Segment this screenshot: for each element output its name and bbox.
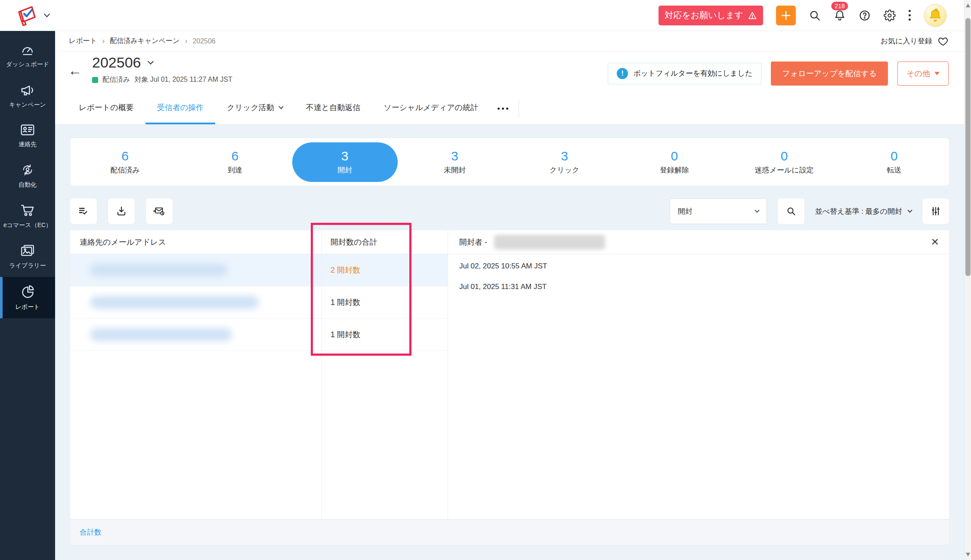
event-filter-select[interactable]: 開封	[670, 198, 767, 224]
breadcrumb-reports[interactable]: レポート	[69, 37, 97, 46]
sidebar-item-label: 自動化	[19, 181, 37, 189]
breadcrumb-sent-campaigns[interactable]: 配信済みキャンペーン	[110, 37, 179, 46]
title-chevron-icon[interactable]	[148, 58, 154, 65]
sidebar-item-ecommerce[interactable]: eコマース（EC）	[0, 196, 55, 237]
sidebar-item-campaigns[interactable]: キャンペーン	[0, 76, 55, 116]
page-title: 202506	[92, 54, 141, 71]
stat-delivered[interactable]: 6到達	[180, 138, 290, 186]
dropdown-triangle-icon	[934, 72, 940, 75]
sidebar-item-label: 連絡先	[19, 140, 37, 148]
stat-clicked[interactable]: 3クリック	[510, 138, 619, 186]
notification-count-badge: 218	[831, 2, 848, 10]
stat-unsubscribed[interactable]: 0登録解除	[619, 138, 729, 186]
table-row[interactable]: 1 開封数	[70, 319, 448, 351]
event-filter-value: 開封	[678, 206, 693, 216]
reports-icon	[20, 284, 35, 299]
tabs-divider	[519, 99, 519, 117]
column-header-total-opens: 開封数の合計	[321, 237, 448, 247]
more-options-kebab-icon[interactable]	[909, 10, 911, 21]
breadcrumb-separator: ›	[185, 37, 187, 46]
library-icon	[20, 244, 35, 258]
stat-marked-spam[interactable]: 0迷惑メールに設定	[730, 138, 839, 186]
sidebar-item-label: ダッシュボード	[6, 60, 49, 68]
create-new-button[interactable]	[776, 6, 796, 25]
scroll-up-arrow[interactable]	[966, 3, 970, 7]
panel-title: 開封者 -	[459, 237, 487, 247]
open-timestamp: Jul 01, 2025 11:31 AM JST	[459, 283, 938, 291]
more-actions-button[interactable]: その他	[897, 62, 949, 86]
sort-label: 並べ替え基準 : 最多の開封	[815, 206, 902, 216]
redacted-email	[90, 264, 228, 277]
list-check-button[interactable]	[70, 198, 97, 225]
sidebar-item-reports[interactable]: レポート	[0, 277, 55, 318]
heart-icon	[937, 36, 949, 46]
stat-opened[interactable]: 3開封	[290, 138, 400, 186]
stat-unopened[interactable]: 3未開封	[400, 138, 510, 186]
search-icon[interactable]	[809, 9, 821, 22]
report-tabs: レポートの概要 受信者の操作 クリック活動 不達と自動返信 ソーシャルメディアの…	[55, 92, 964, 125]
more-actions-label: その他	[906, 68, 930, 79]
help-icon[interactable]	[859, 9, 871, 22]
send-followup-button[interactable]: フォローアップを配信する	[771, 62, 888, 86]
close-icon[interactable]: ×	[931, 235, 939, 248]
recipients-table-card: 連絡先のメールアドレス 開封数の合計 2 開封数 1 開封数 1 開封数	[70, 230, 949, 545]
automation-icon	[20, 163, 35, 177]
contacts-icon	[20, 123, 35, 136]
sidebar-item-dashboard[interactable]: ダッシュボード	[0, 36, 55, 76]
notifications-bell-icon[interactable]: 218	[834, 9, 846, 22]
table-header-row: 連絡先のメールアドレス 開封数の合計	[70, 230, 448, 254]
info-icon: !	[617, 68, 628, 79]
scroll-down-arrow[interactable]	[966, 553, 970, 557]
sidebar-item-label: レポート	[15, 303, 40, 311]
sort-control[interactable]: 並べ替え基準 : 最多の開封	[815, 206, 912, 216]
back-arrow-icon[interactable]: ←	[68, 64, 82, 92]
stats-summary-bar: 6配信済み 6到達 3開封 3未開封 3クリック 0登録解除 0迷惑メールに設定…	[70, 138, 949, 186]
tab-report-summary[interactable]: レポートの概要	[67, 92, 145, 124]
favorite-label: お気に入り登録	[881, 36, 932, 46]
page-scrollbar	[964, 0, 971, 560]
redacted-email	[90, 296, 259, 309]
org-switcher-chevron-icon[interactable]	[44, 11, 50, 17]
settings-gear-icon[interactable]	[884, 9, 896, 22]
redacted-email	[90, 328, 232, 341]
sidebar-item-automation[interactable]: 自動化	[0, 156, 55, 196]
download-button[interactable]	[108, 198, 135, 225]
tab-click-activity[interactable]: クリック活動	[215, 92, 294, 124]
sidebar-nav: ダッシュボード キャンペーン 連絡先 自動化 eコマース（EC） ライブラリー	[0, 31, 55, 560]
add-favorite-button[interactable]: お気に入り登録	[881, 36, 949, 46]
chevron-down-icon	[278, 104, 283, 109]
attention-alert-badge[interactable]: 対応をお願いします	[659, 6, 763, 25]
stat-sent[interactable]: 6配信済み	[70, 138, 180, 186]
column-settings-button[interactable]	[922, 198, 949, 225]
table-row[interactable]: 1 開封数	[70, 286, 448, 319]
breadcrumb-separator: ›	[102, 37, 105, 46]
sidebar-item-library[interactable]: ライブラリー	[0, 237, 55, 277]
redacted-recipient-name	[494, 235, 605, 249]
table-search-button[interactable]	[777, 198, 805, 225]
table-footer: 合計数	[70, 519, 949, 545]
more-tabs-icon[interactable]	[490, 92, 516, 124]
status-label: 配信済み	[102, 75, 130, 84]
sidebar-item-label: ライブラリー	[9, 262, 46, 270]
tab-recipient-activity[interactable]: 受信者の操作	[145, 92, 215, 124]
table-row[interactable]: 2 開封数	[70, 254, 448, 286]
status-sent-indicator	[92, 77, 98, 83]
breadcrumb: レポート › 配信済みキャンペーン › 202506 お気に入り登録	[55, 31, 964, 52]
user-avatar[interactable]	[924, 4, 947, 27]
bot-filter-banner: ! ボットフィルターを有効にしました	[608, 63, 761, 84]
total-count-link[interactable]: 合計数	[80, 527, 102, 537]
campaigns-logo-icon[interactable]	[15, 4, 37, 27]
sidebar-item-contacts[interactable]: 連絡先	[0, 116, 55, 156]
stat-forwarded[interactable]: 0転送	[839, 138, 949, 186]
chevron-down-icon	[907, 208, 912, 212]
scrollbar-thumb[interactable]	[965, 18, 971, 276]
opens-detail-panel: 開封者 - × Jul 02, 2025 10:55 AM JST Jul 01…	[448, 230, 949, 519]
dashboard-icon	[20, 43, 35, 56]
resend-mail-button[interactable]	[145, 198, 173, 225]
tab-social-media-stats[interactable]: ソーシャルメディアの統計	[372, 92, 490, 124]
alert-badge-label: 対応をお願いします	[665, 9, 743, 21]
tab-bounces-autoreplies[interactable]: 不達と自動返信	[294, 92, 372, 124]
status-detail: 対象 Jul 01, 2025 11:27 AM JST	[134, 75, 232, 84]
breadcrumb-current: 202506	[192, 37, 215, 45]
opens-count: 1 開封数	[331, 298, 360, 307]
